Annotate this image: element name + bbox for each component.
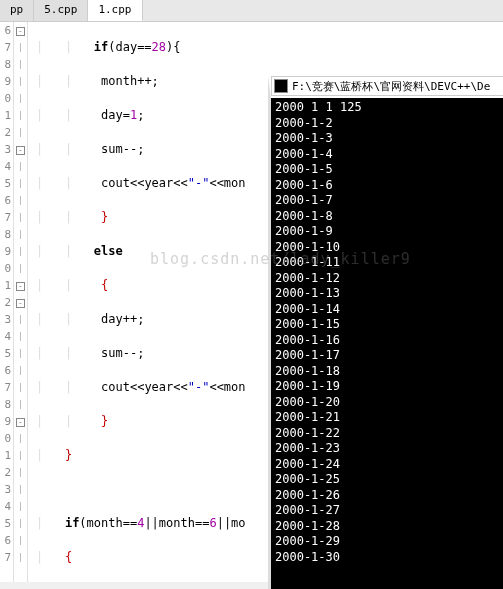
console-titlebar[interactable]: F:\竞赛\蓝桥杯\官网资料\DEVC++\De	[271, 76, 503, 96]
fold-toggle-icon[interactable]: -	[16, 299, 25, 308]
tab-bar: pp 5.cpp 1.cpp	[0, 0, 503, 22]
fold-toggle-icon[interactable]: -	[16, 27, 25, 36]
line-number-gutter: 67890123456789012345678901234567	[0, 22, 14, 582]
console-window[interactable]: F:\竞赛\蓝桥杯\官网资料\DEVC++\De 2000 1 1 125200…	[268, 76, 503, 589]
tab-5cpp[interactable]: 5.cpp	[34, 0, 88, 21]
fold-toggle-icon[interactable]: -	[16, 282, 25, 291]
console-output: 2000 1 1 1252000-1-22000-1-32000-1-42000…	[271, 98, 503, 567]
tab-1cpp[interactable]: 1.cpp	[88, 0, 142, 21]
console-title-text: F:\竞赛\蓝桥杯\官网资料\DEVC++\De	[292, 79, 490, 94]
fold-gutter: - |||||| - |||||| | - - |||||| - |||||||…	[14, 22, 28, 582]
console-icon	[274, 79, 288, 93]
tab-pp[interactable]: pp	[0, 0, 34, 21]
fold-toggle-icon[interactable]: -	[16, 418, 25, 427]
fold-toggle-icon[interactable]: -	[16, 146, 25, 155]
